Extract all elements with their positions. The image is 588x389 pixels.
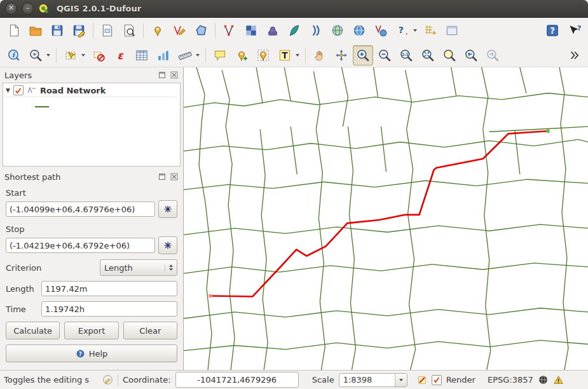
help-contents-button[interactable]: ? bbox=[542, 20, 563, 41]
log-messages-warning-icon[interactable] bbox=[553, 374, 564, 385]
clear-button[interactable]: Clear bbox=[123, 322, 177, 339]
plugin-feather-button[interactable] bbox=[284, 20, 304, 41]
coordinate-input[interactable] bbox=[175, 372, 299, 388]
web-plugin-icon bbox=[352, 24, 366, 38]
layers-float-button[interactable] bbox=[157, 71, 167, 80]
panel-plugin-button[interactable] bbox=[442, 20, 462, 41]
open-project-button[interactable] bbox=[25, 20, 46, 41]
road-line bbox=[534, 139, 588, 146]
text-annotation-button[interactable]: T bbox=[275, 45, 295, 65]
grid-plugin-button[interactable] bbox=[420, 20, 441, 41]
close-button[interactable]: ✕ bbox=[5, 3, 17, 15]
save-project-as-button[interactable] bbox=[69, 20, 89, 41]
time-input[interactable] bbox=[41, 301, 177, 317]
zoom-native-button[interactable]: 1:1 bbox=[396, 45, 416, 65]
layers-close-button[interactable] bbox=[169, 71, 179, 80]
pick-stop-button[interactable] bbox=[158, 236, 177, 254]
crs-status-icon[interactable] bbox=[538, 374, 549, 385]
deselect-all-icon bbox=[92, 48, 106, 62]
zoom-to-selection-button[interactable] bbox=[439, 45, 460, 65]
select-features-button[interactable] bbox=[60, 45, 81, 65]
road-line bbox=[486, 306, 491, 370]
capture-point-button[interactable] bbox=[147, 20, 168, 41]
stop-input[interactable] bbox=[6, 238, 155, 253]
new-project-button[interactable] bbox=[4, 20, 24, 41]
shortest-path-close-button[interactable] bbox=[169, 172, 179, 182]
road-line bbox=[228, 205, 233, 293]
scale-combo-arrow-icon[interactable] bbox=[395, 374, 407, 386]
select-by-expression-button[interactable]: ε bbox=[110, 45, 130, 65]
road-line bbox=[489, 224, 588, 231]
zoom-last-button[interactable] bbox=[461, 45, 481, 65]
svg-text:T: T bbox=[282, 50, 288, 60]
vector-analysis-button[interactable] bbox=[371, 20, 391, 41]
export-button[interactable]: Export bbox=[64, 322, 118, 339]
capture-polygon-icon bbox=[194, 24, 208, 38]
pick-start-button[interactable] bbox=[158, 200, 177, 218]
layer-expand-arrow-icon[interactable]: ▼ bbox=[6, 87, 10, 93]
map-canvas[interactable] bbox=[183, 67, 588, 370]
annotation-menu-caret-icon[interactable] bbox=[296, 54, 299, 57]
new-bookmark-button[interactable] bbox=[231, 45, 252, 65]
stop-label: Stop bbox=[6, 224, 177, 234]
length-input[interactable] bbox=[41, 281, 177, 296]
epsg-label: EPSG:3857 bbox=[488, 375, 533, 385]
select-features-menu-caret-icon[interactable] bbox=[81, 54, 85, 57]
feature-action-menu-caret-icon[interactable] bbox=[46, 54, 50, 57]
toggle-editing-icon[interactable] bbox=[102, 374, 113, 385]
road-line bbox=[520, 67, 526, 93]
capture-polygon-button[interactable] bbox=[191, 20, 211, 41]
zoom-full-button[interactable] bbox=[418, 45, 438, 65]
new-bookmark-icon bbox=[235, 48, 249, 62]
road-line bbox=[285, 227, 387, 233]
minimize-button[interactable]: – bbox=[22, 3, 34, 15]
vector-analysis-menu-caret-icon[interactable] bbox=[413, 29, 417, 32]
zoom-in-button[interactable] bbox=[353, 45, 373, 65]
statistical-summary-button[interactable] bbox=[153, 45, 174, 65]
calculate-button[interactable]: Calculate bbox=[6, 322, 60, 339]
road-line bbox=[291, 126, 297, 174]
whats-this-button[interactable]: ? bbox=[564, 20, 584, 41]
help-button[interactable]: ? Help bbox=[6, 345, 177, 362]
new-print-composer-button[interactable] bbox=[97, 20, 118, 41]
pan-to-selection-button[interactable] bbox=[331, 45, 352, 65]
open-attribute-table-button[interactable] bbox=[132, 45, 152, 65]
zoom-out-button[interactable] bbox=[374, 45, 395, 65]
toolbar-overflow-button[interactable] bbox=[564, 45, 584, 65]
scale-combo[interactable]: 1:8398 bbox=[339, 373, 407, 387]
measure-button[interactable] bbox=[175, 45, 195, 65]
toolbar-separator bbox=[205, 48, 206, 63]
shortest-path-float-button[interactable] bbox=[157, 172, 167, 182]
render-checkbox[interactable] bbox=[432, 375, 442, 385]
measure-menu-caret-icon[interactable] bbox=[196, 54, 200, 57]
capture-line-button[interactable] bbox=[169, 20, 189, 41]
node-tool-button[interactable] bbox=[219, 20, 240, 41]
start-input[interactable] bbox=[6, 201, 155, 217]
coordinate-label: Coordinate: bbox=[123, 375, 171, 385]
road-line bbox=[381, 126, 386, 172]
identify-features-button[interactable]: i bbox=[4, 45, 24, 65]
road-line bbox=[284, 67, 291, 101]
layer-item-road-network[interactable]: ▼ Road Network bbox=[6, 85, 177, 97]
map-tips-help-icon: ?, bbox=[395, 24, 409, 38]
map-tips-button[interactable] bbox=[210, 45, 230, 65]
stop-render-icon[interactable] bbox=[417, 375, 427, 385]
road-line bbox=[489, 340, 588, 346]
globe-view-button[interactable] bbox=[327, 20, 348, 41]
run-feature-action-button[interactable] bbox=[25, 45, 46, 65]
deselect-all-button[interactable] bbox=[88, 45, 109, 65]
criterion-combo[interactable]: Length bbox=[100, 259, 177, 276]
composer-manager-button[interactable] bbox=[119, 20, 139, 41]
map-tips-help-button[interactable]: ?, bbox=[392, 20, 413, 41]
layer-visibility-checkbox[interactable] bbox=[13, 85, 24, 95]
add-raster-layer-button[interactable] bbox=[241, 20, 261, 41]
save-project-as-icon bbox=[72, 24, 86, 38]
pan-to-selection-icon bbox=[334, 48, 348, 62]
save-project-button[interactable] bbox=[47, 20, 67, 41]
georeferencer-button[interactable] bbox=[263, 20, 283, 41]
plugin-interpolation-button[interactable] bbox=[306, 20, 326, 41]
show-bookmarks-button[interactable] bbox=[253, 45, 273, 65]
pan-map-button[interactable] bbox=[310, 45, 330, 65]
web-plugin-button[interactable] bbox=[349, 20, 369, 41]
road-line bbox=[244, 100, 317, 106]
